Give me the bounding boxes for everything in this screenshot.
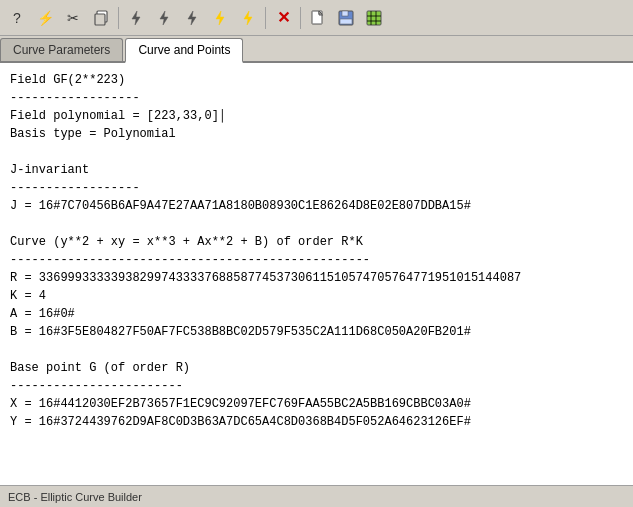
- lightning4-icon: [213, 10, 227, 26]
- save-button[interactable]: [333, 5, 359, 31]
- status-bar: ECB - Elliptic Curve Builder: [0, 485, 633, 507]
- new-file-icon: [310, 10, 326, 26]
- lightning3-button[interactable]: [179, 5, 205, 31]
- tab-bar: Curve Parameters Curve and Points: [0, 36, 633, 63]
- save-icon: [338, 10, 354, 26]
- scissors-button[interactable]: ✂: [60, 5, 86, 31]
- lightning3-icon: [185, 10, 199, 26]
- lightning2-icon: [157, 10, 171, 26]
- bolt-button[interactable]: ⚡: [32, 5, 58, 31]
- svg-marker-2: [132, 11, 140, 25]
- close-button[interactable]: ✕: [270, 5, 296, 31]
- svg-rect-11: [340, 19, 352, 24]
- svg-marker-5: [216, 11, 224, 25]
- separator3: [300, 7, 301, 29]
- toolbar: ? ⚡ ✂ ✕: [0, 0, 633, 36]
- content-scroll[interactable]: Field GF(2**223) ------------------ Fiel…: [0, 63, 633, 485]
- copy-button[interactable]: [88, 5, 114, 31]
- lightning5-button[interactable]: [235, 5, 261, 31]
- lightning1-icon: [129, 10, 143, 26]
- grid-button[interactable]: [361, 5, 387, 31]
- lightning2-button[interactable]: [151, 5, 177, 31]
- content-text: Field GF(2**223) ------------------ Fiel…: [10, 71, 623, 431]
- tab-curve-and-points[interactable]: Curve and Points: [125, 38, 243, 63]
- svg-rect-12: [367, 11, 381, 25]
- new-file-button[interactable]: [305, 5, 331, 31]
- lightning5-icon: [241, 10, 255, 26]
- main-content: Field GF(2**223) ------------------ Fiel…: [0, 63, 633, 485]
- separator1: [118, 7, 119, 29]
- lightning1-button[interactable]: [123, 5, 149, 31]
- status-text: ECB - Elliptic Curve Builder: [8, 491, 142, 503]
- copy-icon: [93, 10, 109, 26]
- grid-icon: [366, 10, 382, 26]
- svg-rect-10: [342, 11, 348, 16]
- lightning4-button[interactable]: [207, 5, 233, 31]
- svg-marker-3: [160, 11, 168, 25]
- separator2: [265, 7, 266, 29]
- svg-marker-6: [244, 11, 252, 25]
- tab-curve-parameters[interactable]: Curve Parameters: [0, 38, 123, 61]
- svg-marker-4: [188, 11, 196, 25]
- svg-rect-1: [95, 14, 105, 25]
- help-button[interactable]: ?: [4, 5, 30, 31]
